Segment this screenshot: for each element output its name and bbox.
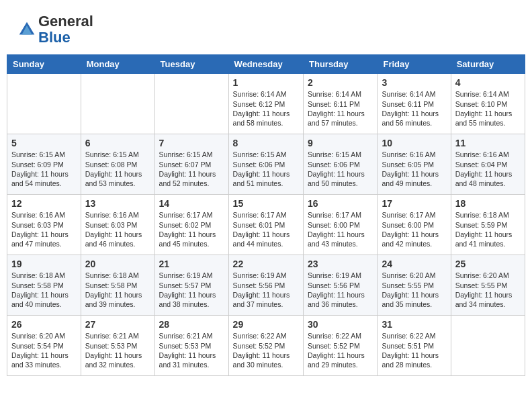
day-number: 22 bbox=[233, 259, 299, 269]
day-number: 21 bbox=[159, 259, 224, 269]
calendar-cell bbox=[451, 316, 525, 376]
calendar-week-1: 1Sunrise: 6:14 AM Sunset: 6:12 PM Daylig… bbox=[7, 74, 525, 134]
day-number: 13 bbox=[85, 198, 150, 209]
calendar-cell: 7Sunrise: 6:15 AM Sunset: 6:07 PM Daylig… bbox=[154, 134, 228, 195]
day-number: 29 bbox=[233, 319, 299, 330]
calendar-week-4: 19Sunrise: 6:18 AM Sunset: 5:58 PM Dayli… bbox=[7, 255, 525, 316]
calendar-cell: 30Sunrise: 6:22 AM Sunset: 5:52 PM Dayli… bbox=[304, 316, 378, 376]
weekday-header-wednesday: Wednesday bbox=[228, 55, 303, 74]
day-info: Sunrise: 6:20 AM Sunset: 5:55 PM Dayligh… bbox=[455, 271, 521, 309]
day-info: Sunrise: 6:18 AM Sunset: 5:59 PM Dayligh… bbox=[455, 210, 521, 248]
day-number: 18 bbox=[455, 198, 521, 209]
day-info: Sunrise: 6:15 AM Sunset: 6:06 PM Dayligh… bbox=[308, 150, 373, 188]
calendar-cell bbox=[7, 74, 81, 134]
calendar-cell: 14Sunrise: 6:17 AM Sunset: 6:02 PM Dayli… bbox=[154, 195, 228, 255]
day-number: 4 bbox=[455, 77, 521, 88]
calendar-cell: 18Sunrise: 6:18 AM Sunset: 5:59 PM Dayli… bbox=[451, 195, 525, 255]
calendar-cell: 22Sunrise: 6:19 AM Sunset: 5:56 PM Dayli… bbox=[228, 255, 303, 316]
calendar-cell: 8Sunrise: 6:15 AM Sunset: 6:06 PM Daylig… bbox=[228, 134, 303, 195]
calendar-cell: 4Sunrise: 6:14 AM Sunset: 6:10 PM Daylig… bbox=[451, 74, 525, 134]
day-number: 3 bbox=[382, 77, 446, 88]
calendar-cell: 3Sunrise: 6:14 AM Sunset: 6:11 PM Daylig… bbox=[378, 74, 451, 134]
day-info: Sunrise: 6:20 AM Sunset: 5:55 PM Dayligh… bbox=[382, 271, 446, 309]
day-number: 20 bbox=[85, 259, 150, 269]
calendar-table: SundayMondayTuesdayWednesdayThursdayFrid… bbox=[7, 54, 525, 376]
calendar-cell: 11Sunrise: 6:16 AM Sunset: 6:04 PM Dayli… bbox=[451, 134, 525, 195]
day-number: 30 bbox=[308, 319, 373, 330]
day-info: Sunrise: 6:21 AM Sunset: 5:53 PM Dayligh… bbox=[159, 331, 224, 369]
day-info: Sunrise: 6:20 AM Sunset: 5:54 PM Dayligh… bbox=[11, 331, 77, 369]
day-number: 6 bbox=[85, 138, 150, 148]
day-info: Sunrise: 6:16 AM Sunset: 6:05 PM Dayligh… bbox=[382, 150, 446, 188]
day-number: 11 bbox=[455, 138, 521, 148]
day-number: 17 bbox=[382, 198, 446, 209]
calendar-cell: 9Sunrise: 6:15 AM Sunset: 6:06 PM Daylig… bbox=[304, 134, 378, 195]
day-info: Sunrise: 6:16 AM Sunset: 6:03 PM Dayligh… bbox=[11, 210, 77, 248]
calendar-cell: 31Sunrise: 6:22 AM Sunset: 5:51 PM Dayli… bbox=[378, 316, 451, 376]
day-number: 31 bbox=[382, 319, 446, 330]
calendar-cell: 12Sunrise: 6:16 AM Sunset: 6:03 PM Dayli… bbox=[7, 195, 81, 255]
calendar-week-3: 12Sunrise: 6:16 AM Sunset: 6:03 PM Dayli… bbox=[7, 195, 525, 255]
day-number: 12 bbox=[11, 198, 77, 209]
calendar-cell: 25Sunrise: 6:20 AM Sunset: 5:55 PM Dayli… bbox=[451, 255, 525, 316]
day-info: Sunrise: 6:15 AM Sunset: 6:07 PM Dayligh… bbox=[159, 150, 224, 188]
day-info: Sunrise: 6:22 AM Sunset: 5:52 PM Dayligh… bbox=[308, 331, 373, 369]
weekday-header-saturday: Saturday bbox=[451, 55, 525, 74]
calendar-cell bbox=[81, 74, 154, 134]
weekday-header-tuesday: Tuesday bbox=[154, 55, 228, 74]
calendar-cell: 16Sunrise: 6:17 AM Sunset: 6:00 PM Dayli… bbox=[304, 195, 378, 255]
weekday-header-thursday: Thursday bbox=[304, 55, 378, 74]
day-number: 16 bbox=[308, 198, 373, 209]
day-info: Sunrise: 6:16 AM Sunset: 6:03 PM Dayligh… bbox=[85, 210, 150, 248]
calendar-cell: 13Sunrise: 6:16 AM Sunset: 6:03 PM Dayli… bbox=[81, 195, 154, 255]
day-number: 7 bbox=[159, 138, 224, 148]
day-number: 9 bbox=[308, 138, 373, 148]
day-number: 28 bbox=[159, 319, 224, 330]
weekday-header-sunday: Sunday bbox=[7, 55, 81, 74]
day-info: Sunrise: 6:17 AM Sunset: 6:01 PM Dayligh… bbox=[233, 210, 299, 248]
day-info: Sunrise: 6:15 AM Sunset: 6:08 PM Dayligh… bbox=[85, 150, 150, 188]
day-info: Sunrise: 6:18 AM Sunset: 5:58 PM Dayligh… bbox=[11, 271, 77, 309]
day-info: Sunrise: 6:19 AM Sunset: 5:57 PM Dayligh… bbox=[159, 271, 224, 309]
calendar-cell: 1Sunrise: 6:14 AM Sunset: 6:12 PM Daylig… bbox=[228, 74, 303, 134]
day-info: Sunrise: 6:16 AM Sunset: 6:04 PM Dayligh… bbox=[455, 150, 521, 188]
calendar-cell: 21Sunrise: 6:19 AM Sunset: 5:57 PM Dayli… bbox=[154, 255, 228, 316]
day-number: 2 bbox=[308, 77, 373, 88]
day-info: Sunrise: 6:14 AM Sunset: 6:10 PM Dayligh… bbox=[455, 89, 521, 128]
weekday-header-row: SundayMondayTuesdayWednesdayThursdayFrid… bbox=[7, 55, 525, 74]
day-info: Sunrise: 6:15 AM Sunset: 6:09 PM Dayligh… bbox=[11, 150, 77, 188]
day-number: 8 bbox=[233, 138, 299, 148]
calendar-cell: 27Sunrise: 6:21 AM Sunset: 5:53 PM Dayli… bbox=[81, 316, 154, 376]
day-number: 5 bbox=[11, 138, 77, 148]
day-number: 14 bbox=[159, 198, 224, 209]
day-number: 26 bbox=[11, 319, 77, 330]
day-number: 15 bbox=[233, 198, 299, 209]
logo-text: General Blue bbox=[38, 13, 93, 46]
logo-icon bbox=[17, 19, 37, 40]
calendar-cell: 26Sunrise: 6:20 AM Sunset: 5:54 PM Dayli… bbox=[7, 316, 81, 376]
calendar-cell: 28Sunrise: 6:21 AM Sunset: 5:53 PM Dayli… bbox=[154, 316, 228, 376]
day-info: Sunrise: 6:17 AM Sunset: 6:00 PM Dayligh… bbox=[382, 210, 446, 248]
day-info: Sunrise: 6:14 AM Sunset: 6:11 PM Dayligh… bbox=[382, 89, 446, 128]
day-number: 27 bbox=[85, 319, 150, 330]
day-info: Sunrise: 6:22 AM Sunset: 5:52 PM Dayligh… bbox=[233, 331, 299, 369]
calendar-cell: 24Sunrise: 6:20 AM Sunset: 5:55 PM Dayli… bbox=[378, 255, 451, 316]
day-info: Sunrise: 6:18 AM Sunset: 5:58 PM Dayligh… bbox=[85, 271, 150, 309]
calendar-cell: 15Sunrise: 6:17 AM Sunset: 6:01 PM Dayli… bbox=[228, 195, 303, 255]
calendar-cell: 2Sunrise: 6:14 AM Sunset: 6:11 PM Daylig… bbox=[304, 74, 378, 134]
day-info: Sunrise: 6:14 AM Sunset: 6:11 PM Dayligh… bbox=[308, 89, 373, 128]
day-info: Sunrise: 6:21 AM Sunset: 5:53 PM Dayligh… bbox=[85, 331, 150, 369]
calendar-cell: 20Sunrise: 6:18 AM Sunset: 5:58 PM Dayli… bbox=[81, 255, 154, 316]
day-info: Sunrise: 6:22 AM Sunset: 5:51 PM Dayligh… bbox=[382, 331, 446, 369]
day-number: 19 bbox=[11, 259, 77, 269]
calendar-week-5: 26Sunrise: 6:20 AM Sunset: 5:54 PM Dayli… bbox=[7, 316, 525, 376]
day-number: 24 bbox=[382, 259, 446, 269]
page-header: General Blue bbox=[7, 7, 525, 49]
day-number: 10 bbox=[382, 138, 446, 148]
weekday-header-monday: Monday bbox=[81, 55, 154, 74]
calendar-cell: 29Sunrise: 6:22 AM Sunset: 5:52 PM Dayli… bbox=[228, 316, 303, 376]
day-info: Sunrise: 6:15 AM Sunset: 6:06 PM Dayligh… bbox=[233, 150, 299, 188]
calendar-cell: 17Sunrise: 6:17 AM Sunset: 6:00 PM Dayli… bbox=[378, 195, 451, 255]
logo: General Blue bbox=[17, 13, 93, 46]
day-number: 23 bbox=[308, 259, 373, 269]
